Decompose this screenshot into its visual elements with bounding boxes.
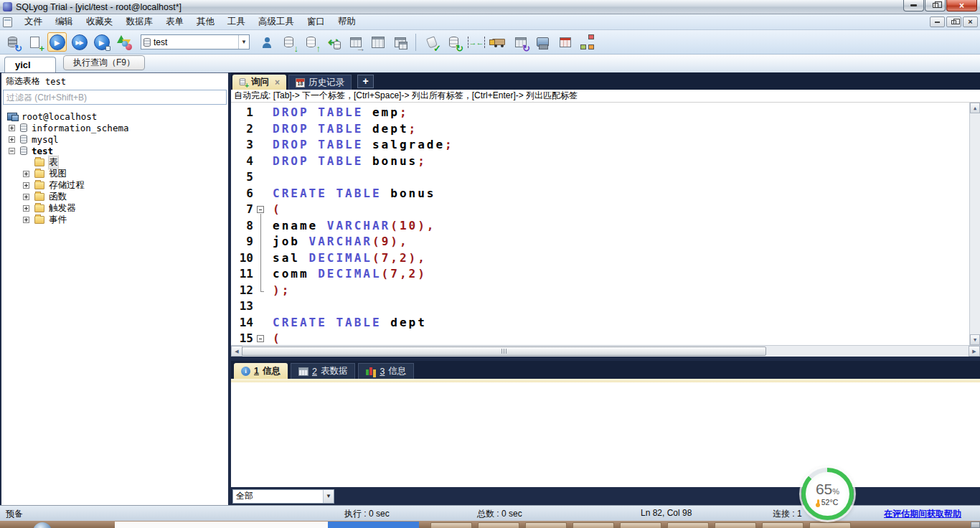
mdi-close-button[interactable]: × [963,16,978,27]
code-line[interactable]: ); [273,283,980,299]
close-button[interactable]: × [946,0,977,11]
menu-item[interactable]: 表单 [159,14,190,29]
menu-item[interactable]: 数据库 [120,14,160,29]
code-line[interactable]: job VARCHAR(9), [273,234,980,250]
code-line[interactable]: CREATE TABLE dept [273,315,980,331]
taskbar-active-window[interactable] [115,522,328,528]
tree-row[interactable]: 函数 [1,191,228,202]
taskbar[interactable] [0,521,980,528]
taskbar-button[interactable] [430,522,472,528]
database-selector[interactable]: test ▼ [141,34,250,50]
message-filter-dropdown[interactable]: 全部 ▼ [232,489,334,504]
query-builder-icon[interactable] [555,32,575,52]
taskbar-button[interactable] [667,522,709,528]
code-line[interactable]: comm DECIMAL(7,2) [273,266,980,283]
tree-expander[interactable] [23,194,29,200]
job-manager-icon[interactable] [533,32,552,52]
tab-query[interactable]: + 询问 × [232,75,286,90]
tree-label[interactable]: 存储过程 [49,179,85,192]
new-query-icon[interactable]: + [25,32,44,52]
export-data-icon[interactable]: ↑ [301,32,321,52]
objects-browser-icon[interactable] [390,32,410,52]
trial-help-link[interactable]: 在评估期间获取帮助 [884,508,961,520]
tree-row[interactable]: 存储过程 [1,179,228,191]
taskbar-button[interactable] [573,522,614,528]
tree-label[interactable]: mysql [32,134,59,145]
tab-history[interactable]: 18 历史记录 [288,75,352,90]
new-connection-icon[interactable]: ↻ [3,32,22,52]
import-data-icon[interactable]: ↓ [279,32,298,52]
menu-item[interactable]: 工具 [221,14,252,29]
scroll-left-icon[interactable]: ◀ [231,346,242,357]
fold-marker[interactable] [255,202,267,218]
fold-marker[interactable] [255,331,267,345]
sql-editor[interactable]: 123456789101112131415 DROP TABLE emp;DRO… [231,103,980,345]
tree-row[interactable]: mysql [1,133,228,145]
tree-expander[interactable] [23,217,29,223]
menu-item[interactable]: 收藏夹 [80,14,120,29]
code-line[interactable]: ( [273,202,980,218]
result-tab-1[interactable]: i1信息 [234,363,288,379]
scrollbar-thumb[interactable] [242,346,766,356]
code-line[interactable]: DROP TABLE dept; [273,121,980,138]
tree-label[interactable]: 函数 [49,191,67,203]
taskbar-button[interactable] [525,522,567,528]
tree-label[interactable]: information_schema [32,123,128,133]
tree-row[interactable]: 事件 [1,214,228,225]
taskbar-button[interactable] [620,522,661,528]
filter-input[interactable] [3,90,227,105]
minimize-button[interactable] [903,0,924,11]
code-line[interactable]: ( [273,331,980,345]
tree-row[interactable]: 视图 [1,168,228,179]
menu-item[interactable]: 帮助 [331,14,362,29]
restore-button[interactable] [925,0,946,11]
taskbar-button[interactable] [762,522,804,528]
menu-item[interactable]: 编辑 [49,14,80,29]
mdi-minimize-button[interactable] [930,16,945,27]
tree-label[interactable]: 视图 [49,168,67,180]
tree-row[interactable]: information_schema [1,122,228,133]
code-line[interactable]: DROP TABLE emp; [273,105,980,121]
start-orb-icon[interactable] [33,522,52,528]
menu-item[interactable]: 窗口 [301,14,331,29]
new-tab-button[interactable]: + [357,75,374,88]
editor-horizontal-scrollbar[interactable]: ◀ ▶ [231,345,980,357]
schema-designer-icon[interactable] [578,32,597,52]
code-line[interactable] [273,298,980,315]
scroll-up-icon[interactable]: ▲ [970,103,980,113]
code-line[interactable]: DROP TABLE salgrade; [273,137,980,154]
close-tab-icon[interactable]: × [275,77,280,88]
scroll-down-icon[interactable]: ▼ [970,334,980,345]
tree-expander[interactable] [23,182,29,189]
flush-icon[interactable]: ✓ [422,32,441,52]
tree-label[interactable]: 表 [49,156,58,169]
menu-item[interactable]: 其他 [190,14,221,29]
execute-query-icon[interactable]: ▶ [47,32,67,52]
tree-expander[interactable] [9,148,15,154]
menu-item[interactable]: 文件 [18,14,49,29]
tree-expander[interactable] [9,136,15,143]
execute-all-icon[interactable]: ▶▶ [70,32,89,52]
tree-expander[interactable] [9,125,15,131]
user-manager-icon[interactable] [257,32,276,52]
data-grid-icon[interactable] [368,32,387,52]
code-line[interactable]: DROP TABLE bonus; [273,154,980,170]
tree-row[interactable]: root@localhost [1,110,228,122]
menu-item[interactable]: 高级工具 [252,14,301,29]
format-sql-icon[interactable] [114,32,133,52]
export-table-icon[interactable]: → [346,32,365,52]
tree-label[interactable]: root@localhost [22,111,97,122]
tree-label[interactable]: 触发器 [49,202,76,214]
editor-vertical-scrollbar[interactable]: ▲ ▼ [969,103,980,345]
tree-expander[interactable] [23,171,29,177]
sql-code[interactable]: DROP TABLE emp;DROP TABLE dept;DROP TABL… [267,103,980,345]
code-line[interactable]: ename VARCHAR(10), [273,218,980,235]
tree-row[interactable]: 触发器 [1,202,228,214]
taskbar-button[interactable] [809,522,851,528]
refresh-database-icon[interactable]: ↻ [444,32,463,52]
tree-label[interactable]: 事件 [49,214,67,226]
tree-row[interactable]: test [1,145,228,156]
scroll-right-icon[interactable]: ▶ [969,346,980,357]
code-line[interactable] [273,169,980,186]
tree-label[interactable]: test [32,146,53,156]
